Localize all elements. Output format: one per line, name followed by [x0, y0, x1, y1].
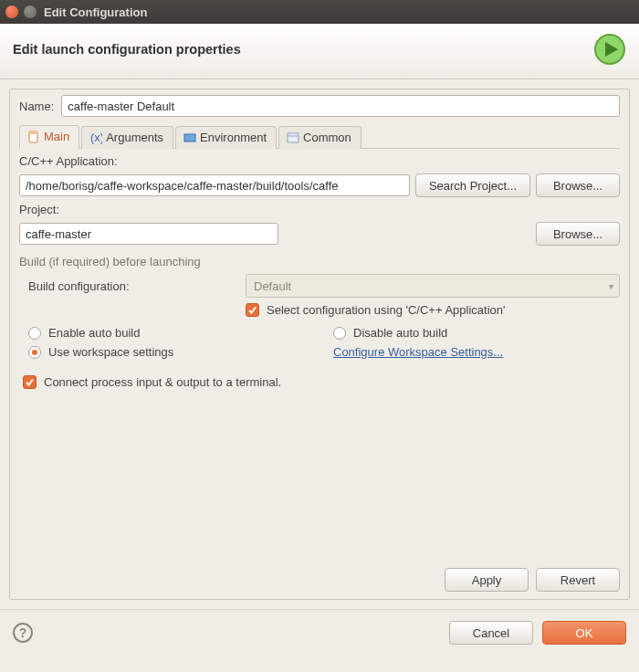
- window-minimize-button[interactable]: [24, 5, 37, 18]
- tab-arguments[interactable]: (x)= Arguments: [81, 126, 173, 149]
- tab-label: Common: [303, 131, 351, 144]
- config-panel: Name: Main (x)= Arguments Environment Co…: [9, 89, 630, 600]
- cancel-button[interactable]: Cancel: [449, 621, 533, 645]
- args-icon: (x)=: [89, 131, 102, 144]
- file-icon: [27, 131, 40, 143]
- project-label: Project:: [19, 203, 620, 216]
- disable-auto-build-radio[interactable]: [333, 327, 346, 340]
- build-section-label: Build (if required) before launching: [19, 255, 620, 268]
- connect-terminal-label: Connect process input & output to a term…: [44, 375, 281, 389]
- tab-environment[interactable]: Environment: [175, 126, 277, 149]
- use-workspace-radio[interactable]: [28, 346, 41, 359]
- enable-auto-build-label: Enable auto build: [48, 326, 140, 340]
- help-button[interactable]: ?: [13, 623, 33, 643]
- tab-common[interactable]: Common: [278, 126, 361, 149]
- browse-project-button[interactable]: Browse...: [536, 222, 620, 246]
- configure-workspace-link[interactable]: Configure Workspace Settings...: [333, 345, 503, 359]
- connect-terminal-checkbox[interactable]: [23, 375, 37, 389]
- svg-text:(x)=: (x)=: [90, 131, 102, 144]
- project-input[interactable]: [19, 223, 278, 245]
- svg-rect-5: [184, 134, 195, 142]
- svg-rect-6: [288, 133, 299, 142]
- svg-rect-3: [29, 131, 37, 134]
- build-config-select[interactable]: Default ▾: [246, 274, 620, 298]
- window-close-button[interactable]: [5, 5, 18, 18]
- application-path-input[interactable]: [19, 174, 410, 196]
- tab-main[interactable]: Main: [19, 125, 79, 149]
- dialog-header: Edit launch configuration properties: [0, 24, 639, 79]
- tabs: Main (x)= Arguments Environment Common: [19, 124, 620, 149]
- name-input[interactable]: [61, 95, 620, 117]
- build-config-label: Build configuration:: [28, 279, 233, 293]
- env-icon: [183, 131, 196, 144]
- name-label: Name:: [19, 100, 54, 113]
- select-config-checkbox[interactable]: [246, 303, 259, 317]
- tab-label: Main: [44, 130, 69, 143]
- tab-label: Environment: [200, 131, 267, 144]
- common-icon: [287, 131, 299, 144]
- revert-button[interactable]: Revert: [536, 568, 620, 592]
- tab-label: Arguments: [106, 131, 163, 144]
- enable-auto-build-radio[interactable]: [28, 327, 41, 340]
- browse-app-button[interactable]: Browse...: [536, 173, 620, 197]
- window-title: Edit Configuration: [44, 5, 147, 19]
- select-config-label: Select configuration using 'C/C++ Applic…: [267, 303, 506, 317]
- window-titlebar: Edit Configuration: [0, 0, 639, 24]
- page-title: Edit launch configuration properties: [13, 42, 593, 57]
- use-workspace-label: Use workspace settings: [48, 345, 173, 359]
- dialog-footer: ? Cancel OK: [0, 609, 639, 657]
- app-label: C/C++ Application:: [19, 154, 620, 168]
- chevron-down-icon: ▾: [609, 281, 613, 291]
- build-config-value: Default: [254, 279, 291, 293]
- run-icon: [593, 33, 626, 66]
- ok-button[interactable]: OK: [542, 621, 626, 645]
- search-project-button[interactable]: Search Project...: [415, 173, 530, 197]
- disable-auto-build-label: Disable auto build: [353, 326, 447, 340]
- apply-button[interactable]: Apply: [445, 568, 529, 592]
